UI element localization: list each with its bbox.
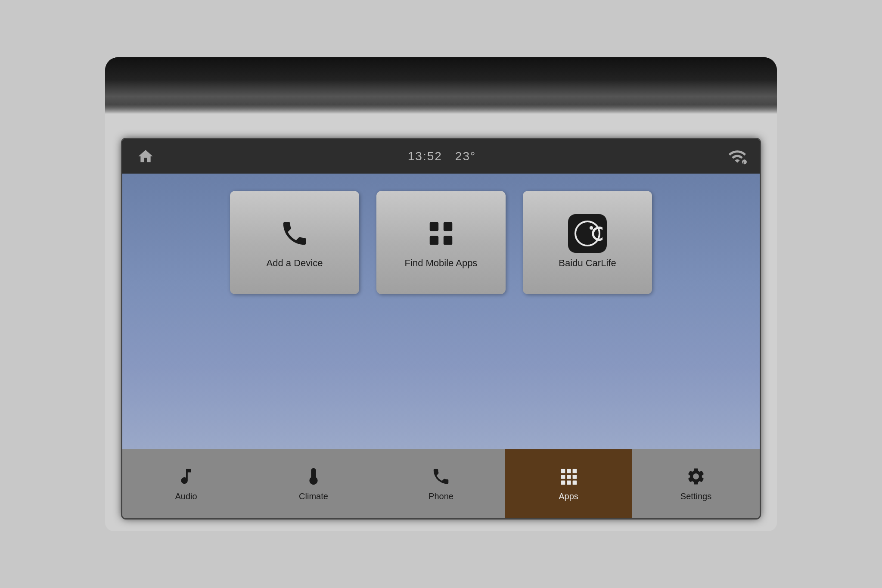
svg-point-0 — [742, 159, 747, 164]
nav-phone[interactable]: Phone — [377, 449, 505, 518]
find-mobile-apps-tile[interactable]: Find Mobile Apps — [376, 191, 506, 294]
phone-label: Phone — [429, 492, 453, 501]
settings-label: Settings — [680, 492, 711, 501]
svg-rect-14 — [573, 475, 577, 479]
audio-label: Audio — [175, 492, 197, 501]
baidu-carlife-label: Baidu CarLife — [559, 258, 616, 269]
svg-rect-5 — [444, 236, 452, 244]
nav-settings[interactable]: Settings — [632, 449, 760, 518]
car-bezel: 13:52 23° i — [105, 57, 777, 531]
svg-point-6 — [575, 221, 599, 246]
baidu-carlife-tile[interactable]: Baidu CarLife — [523, 191, 652, 294]
nav-climate[interactable]: Climate — [250, 449, 377, 518]
phone-nav-icon — [430, 466, 452, 487]
svg-rect-10 — [567, 469, 571, 473]
nav-audio[interactable]: Audio — [122, 449, 250, 518]
wifi-icon: i — [728, 147, 747, 166]
screen-frame: 13:52 23° i — [122, 139, 760, 518]
svg-rect-13 — [567, 475, 571, 479]
temperature-display: 23° — [455, 149, 476, 163]
home-button[interactable] — [135, 146, 156, 167]
svg-text:i: i — [743, 160, 744, 164]
status-center: 13:52 23° — [408, 149, 476, 163]
svg-rect-3 — [444, 222, 452, 230]
svg-point-7 — [590, 226, 593, 230]
svg-rect-9 — [561, 469, 565, 473]
svg-rect-15 — [561, 481, 565, 485]
music-icon — [175, 466, 197, 487]
climate-icon — [303, 466, 324, 487]
nav-bar: Audio Climate — [122, 449, 760, 518]
svg-rect-12 — [561, 475, 565, 479]
add-device-tile[interactable]: Add a Device — [230, 191, 359, 294]
apps-label: Apps — [559, 492, 578, 501]
baidu-icon — [566, 216, 609, 251]
settings-icon — [685, 466, 707, 487]
clock-display: 13:52 — [408, 149, 442, 163]
svg-rect-16 — [567, 481, 571, 485]
svg-rect-4 — [430, 236, 438, 244]
svg-rect-2 — [430, 222, 438, 230]
status-bar: 13:52 23° i — [122, 139, 760, 174]
phone-icon — [273, 216, 316, 251]
svg-rect-11 — [573, 469, 577, 473]
svg-point-8 — [593, 229, 595, 231]
main-content: Add a Device Find Mobile Apps — [122, 174, 760, 449]
add-device-label: Add a Device — [267, 258, 323, 269]
apps-icon — [558, 466, 579, 487]
find-mobile-apps-label: Find Mobile Apps — [405, 258, 478, 269]
visor — [105, 57, 777, 113]
grid-icon — [419, 216, 463, 251]
nav-apps[interactable]: Apps — [505, 449, 632, 518]
svg-rect-17 — [573, 481, 577, 485]
climate-label: Climate — [299, 492, 328, 501]
